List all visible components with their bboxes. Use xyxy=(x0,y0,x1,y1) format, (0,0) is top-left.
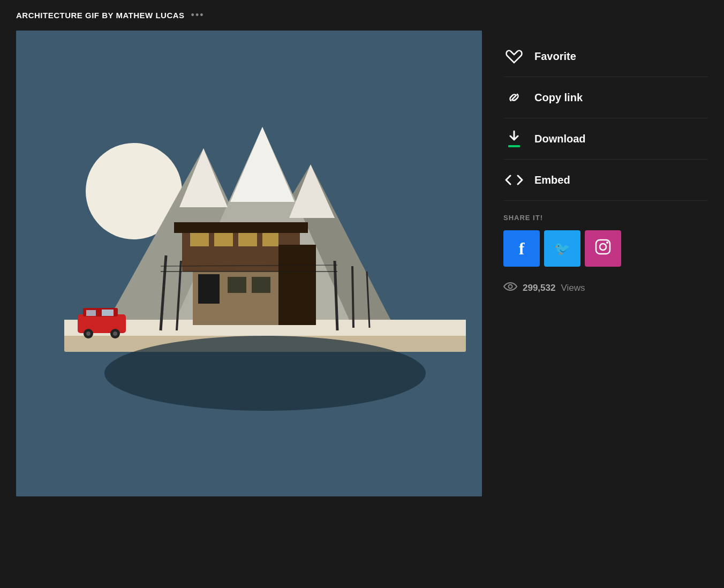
more-options-button[interactable]: ••• xyxy=(191,10,205,21)
svg-point-34 xyxy=(86,331,90,336)
embed-button[interactable]: Embed xyxy=(503,160,708,201)
facebook-icon: f xyxy=(519,239,525,259)
main-content: Favorite Copy link xyxy=(0,31,724,588)
twitter-icon: 🐦 xyxy=(554,241,570,256)
instagram-share-button[interactable] xyxy=(585,230,621,267)
download-icon xyxy=(503,128,525,149)
svg-rect-32 xyxy=(86,310,96,316)
svg-rect-21 xyxy=(252,277,270,293)
header: ARCHITECTURE GIF BY MATHEW LUCAS ••• xyxy=(0,0,724,31)
svg-rect-15 xyxy=(190,233,209,246)
embed-label: Embed xyxy=(534,174,570,186)
sidebar: Favorite Copy link xyxy=(503,31,708,588)
download-label: Download xyxy=(534,133,586,145)
views-label: Views xyxy=(561,283,585,293)
share-section: SHARE IT! f 🐦 xyxy=(503,201,708,294)
svg-rect-14 xyxy=(278,245,316,325)
facebook-share-button[interactable]: f xyxy=(503,230,540,267)
page-title: ARCHITECTURE GIF BY MATHEW LUCAS xyxy=(16,11,185,20)
link-icon xyxy=(503,87,525,108)
gif-display xyxy=(16,31,482,496)
svg-rect-31 xyxy=(102,310,114,316)
svg-rect-16 xyxy=(214,233,233,246)
svg-rect-17 xyxy=(238,233,257,246)
svg-rect-13 xyxy=(174,222,308,233)
instagram-icon xyxy=(594,238,612,260)
download-button[interactable]: Download xyxy=(503,118,708,160)
eye-icon xyxy=(503,282,517,294)
svg-line-25 xyxy=(352,266,353,328)
share-title: SHARE IT! xyxy=(503,214,708,222)
svg-rect-29 xyxy=(78,314,126,333)
favorite-label: Favorite xyxy=(534,50,576,63)
svg-rect-19 xyxy=(198,274,220,304)
copy-link-button[interactable]: Copy link xyxy=(503,77,708,118)
svg-point-36 xyxy=(113,331,117,336)
views-row: 299,532 Views xyxy=(503,282,708,294)
svg-rect-20 xyxy=(228,277,246,293)
favorite-button[interactable]: Favorite xyxy=(503,36,708,77)
svg-point-40 xyxy=(509,285,512,289)
heart-icon xyxy=(503,46,525,67)
copy-link-label: Copy link xyxy=(534,92,583,104)
svg-rect-18 xyxy=(262,233,278,246)
twitter-share-button[interactable]: 🐦 xyxy=(544,230,580,267)
svg-point-9 xyxy=(104,336,426,411)
svg-point-38 xyxy=(600,244,606,250)
svg-point-39 xyxy=(606,242,608,244)
views-count: 299,532 xyxy=(523,283,555,293)
code-icon xyxy=(503,169,525,191)
share-buttons: f 🐦 xyxy=(503,230,708,267)
